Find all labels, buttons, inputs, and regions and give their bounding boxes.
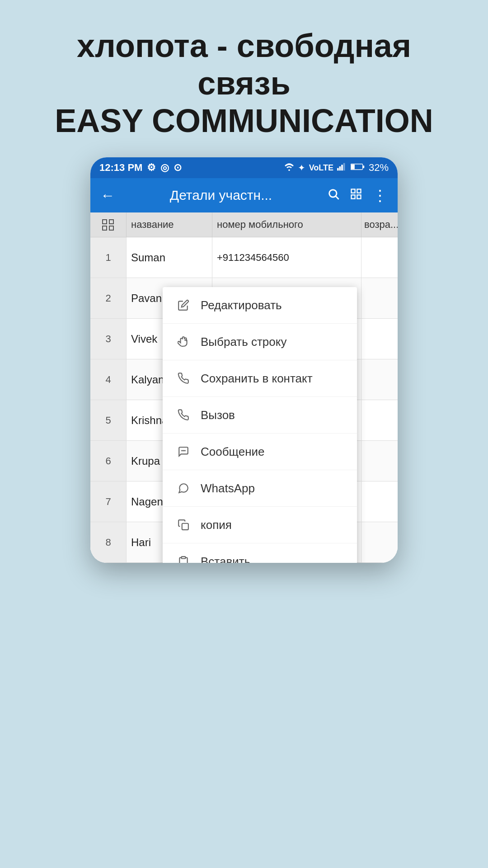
back-button[interactable]: ← [99,185,117,206]
svg-rect-12 [352,195,355,198]
row-number: 8 [90,522,127,562]
table-row[interactable]: 1 Suman +911234564560 [90,237,398,278]
svg-line-9 [336,196,338,199]
context-menu-save-contact-label: Сохранить в контакт [201,372,313,386]
row-number: 2 [90,278,127,318]
context-menu-edit-label: Редактировать [201,298,282,312]
context-menu-message[interactable]: Сообщение [163,434,357,470]
clipboard-icon [175,553,192,563]
row-age [361,237,398,278]
col-header-phone: номер мобильного [212,212,361,237]
bluetooth-icon: ✦ [298,162,305,173]
context-menu-copy[interactable]: копия [163,507,357,543]
context-menu-select-row-label: Выбрать строку [201,335,286,349]
settings-icon: ⚙ [147,162,156,174]
svg-rect-11 [357,189,361,193]
svg-point-0 [288,170,290,171]
context-menu-copy-label: копия [201,518,232,532]
whatsapp-icon [175,480,192,496]
context-menu-call-label: Вызов [201,408,235,422]
context-menu-message-label: Сообщение [201,445,265,459]
status-time: 12:13 PM ⚙ ◎ ⊙ [99,162,182,174]
data-table: название номер мобильного возра... 1 Sum… [90,212,398,563]
table-header: название номер мобильного возра... [90,212,398,237]
battery-percent: 32% [369,162,389,174]
row-age [361,400,398,440]
context-menu-edit[interactable]: Редактировать [163,287,357,324]
row-phone: +911234564560 [212,237,361,278]
context-menu-paste[interactable]: Вставить [163,543,357,563]
svg-point-8 [329,190,337,197]
toolbar: ← Детали участн... ⋮ [90,178,398,212]
context-menu-call[interactable]: Вызов [163,397,357,434]
more-options-button[interactable]: ⋮ [371,184,389,206]
row-age [361,441,398,481]
search-button[interactable] [325,186,342,205]
svg-rect-18 [182,557,186,559]
status-bar: 12:13 PM ⚙ ◎ ⊙ ✦ VoLTE [90,157,398,178]
page-title: хлопота - свободная связь EASY COMMUNICA… [27,27,461,139]
col-grid [90,212,127,237]
phone-book-icon [175,370,192,387]
pencil-icon [175,297,192,313]
battery-icon [351,162,365,174]
status-icons: ✦ VoLTE 32% [284,162,389,174]
context-menu-paste-label: Вставить [201,555,250,563]
row-age [361,359,398,400]
hand-icon [175,334,192,350]
svg-rect-3 [341,165,343,171]
wifi-icon [284,162,294,174]
phone-frame: 12:13 PM ⚙ ◎ ⊙ ✦ VoLTE [90,157,398,563]
sync-icon: ⊙ [174,162,182,174]
svg-rect-6 [351,165,355,170]
row-age [361,522,398,562]
row-age [361,278,398,318]
row-number: 3 [90,319,127,359]
svg-rect-17 [182,524,188,530]
toolbar-title: Детали участн... [123,188,319,203]
row-number: 5 [90,400,127,440]
table-view-button[interactable] [348,186,364,205]
location-icon: ◎ [160,162,169,174]
chat-icon [175,443,192,460]
row-age [361,481,398,522]
col-header-name: название [127,212,212,237]
row-age [361,319,398,359]
context-menu-save-contact[interactable]: Сохранить в контакт [163,360,357,397]
svg-rect-10 [352,189,355,193]
context-menu-select-row[interactable]: Выбрать строку [163,324,357,360]
phone-icon [175,407,192,423]
row-number: 7 [90,481,127,522]
svg-rect-1 [337,168,339,171]
page-header: хлопота - свободная связь EASY COMMUNICA… [0,0,488,157]
row-number: 6 [90,441,127,481]
svg-rect-2 [339,166,341,170]
context-menu: Редактировать Выбрать строку Сохранить в… [163,287,357,563]
row-number: 1 [90,237,127,278]
context-menu-whatsapp-label: WhatsApp [201,481,255,495]
signal-icon: VoLTE [309,163,333,173]
network-bars [337,162,347,174]
context-menu-whatsapp[interactable]: WhatsApp [163,470,357,507]
svg-rect-4 [343,163,345,171]
row-name: Suman [127,237,212,278]
copy-icon [175,517,192,533]
row-number: 4 [90,359,127,400]
svg-rect-13 [357,195,361,198]
col-header-age: возра... [361,212,398,237]
svg-rect-7 [363,166,365,168]
